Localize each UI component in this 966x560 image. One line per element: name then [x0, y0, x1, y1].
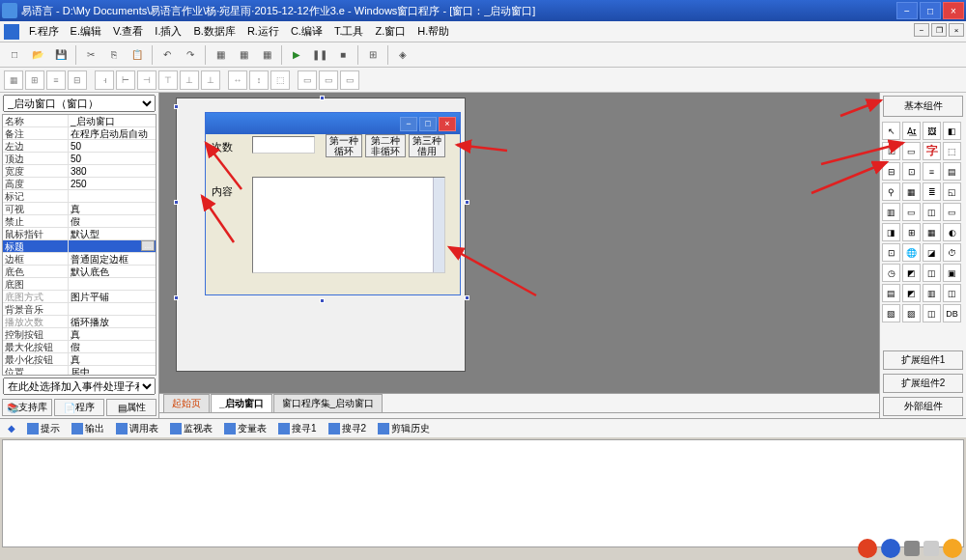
tb-a[interactable]: ▦	[210, 44, 231, 66]
mdi-restore[interactable]: ❐	[931, 23, 947, 37]
toolbox-item[interactable]: ▦	[923, 223, 941, 241]
align-3[interactable]: ≡	[46, 70, 66, 90]
toolbox-item[interactable]: ◨	[882, 223, 900, 241]
align-l[interactable]: ⫞	[95, 70, 114, 90]
toolbox-item[interactable]: ⊡	[882, 243, 900, 262]
external-components[interactable]: 外部组件	[883, 397, 963, 416]
property-row[interactable]: 底色默认底色	[3, 266, 156, 278]
output-pane[interactable]	[2, 439, 964, 547]
toolbox-item[interactable]: DB	[943, 304, 961, 322]
handle[interactable]	[174, 200, 179, 205]
menu-item[interactable]: H.帮助	[412, 22, 455, 41]
property-row[interactable]: 可视真	[3, 203, 156, 215]
toolbox-item[interactable]: 🌐	[902, 243, 921, 262]
toolbox-item[interactable]: ◪	[923, 243, 941, 262]
sp-3[interactable]: ▭	[340, 70, 359, 90]
toolbox-item[interactable]: ▨	[902, 304, 921, 322]
menu-item[interactable]: F.程序	[23, 22, 65, 41]
toolbox-item[interactable]: ▦	[902, 182, 921, 201]
button-loop2[interactable]: 第二种 非循环	[365, 134, 406, 157]
property-row[interactable]: 鼠标指针默认型	[3, 228, 156, 240]
property-row[interactable]: 宽度380	[3, 165, 156, 178]
open-icon[interactable]: 📂	[27, 44, 48, 66]
toolbox-item[interactable]: ◫	[943, 284, 961, 302]
tray-icon[interactable]	[858, 539, 877, 558]
size-w[interactable]: ↔	[228, 70, 247, 90]
align-b[interactable]: ⊥	[201, 70, 220, 90]
paste-icon[interactable]: 📋	[127, 44, 148, 66]
toolbox-item[interactable]: ⬚	[943, 142, 961, 160]
ext-components-2[interactable]: 扩展组件2	[883, 374, 963, 393]
textbox-content[interactable]	[252, 177, 445, 273]
size-b[interactable]: ⬚	[270, 70, 290, 90]
undo-icon[interactable]: ↶	[156, 44, 178, 66]
pause-icon[interactable]: ❚❚	[309, 44, 330, 66]
maximize-button[interactable]: □	[920, 2, 941, 19]
size-h[interactable]: ↕	[249, 70, 269, 90]
toolbox-item[interactable]: ⏱	[943, 243, 961, 262]
toolbox-item[interactable]: ▭	[902, 203, 921, 221]
ext-components-1[interactable]: 扩展组件1	[883, 350, 963, 370]
tb-e[interactable]: ◈	[392, 44, 413, 66]
menu-item[interactable]: V.查看	[107, 22, 149, 41]
toolbox-item[interactable]: ◩	[902, 264, 921, 282]
tab-start-page[interactable]: 起始页	[163, 394, 210, 412]
button-loop3[interactable]: 第三种 借用	[409, 134, 445, 157]
tab-support-lib[interactable]: 📚支持库	[2, 399, 52, 416]
new-icon[interactable]: □	[4, 44, 25, 66]
button-loop1[interactable]: 第一种 循环	[326, 134, 362, 157]
tb-c[interactable]: ▦	[256, 44, 277, 66]
object-selector[interactable]: _启动窗口（窗口）	[3, 95, 156, 112]
property-row[interactable]: 标记	[3, 190, 156, 203]
handle[interactable]	[320, 298, 325, 303]
toolbox-item[interactable]: ▭	[943, 203, 961, 221]
event-selector[interactable]: 在此处选择加入事件处理子程序	[3, 378, 156, 395]
form-close-icon[interactable]: ×	[439, 117, 456, 131]
mdi-close[interactable]: ×	[949, 23, 964, 37]
property-row[interactable]: 禁止假	[3, 215, 156, 228]
bottom-tab[interactable]: 变量表	[220, 421, 270, 436]
toolbox-item[interactable]: ⚲	[882, 182, 900, 201]
property-row[interactable]: 背景音乐	[3, 303, 156, 316]
run-icon[interactable]: ▶	[286, 44, 307, 66]
ellipsis-button[interactable]: …	[141, 240, 155, 251]
toolbox-item[interactable]: ⊡	[902, 162, 921, 181]
handle[interactable]	[465, 295, 469, 300]
property-row[interactable]: 底图	[3, 278, 156, 291]
toolbox-item[interactable]: ◱	[943, 182, 961, 201]
align-c[interactable]: ⊢	[116, 70, 135, 90]
handle[interactable]	[174, 295, 179, 300]
bottom-tab[interactable]: 监视表	[166, 421, 216, 436]
close-button[interactable]: ×	[943, 2, 964, 19]
property-row[interactable]: 标题…	[3, 240, 156, 253]
bottom-tab[interactable]: 搜寻1	[274, 421, 321, 436]
menu-item[interactable]: I.插入	[149, 22, 187, 41]
toolbox-item[interactable]: ⊞	[902, 223, 921, 241]
property-row[interactable]: 顶边50	[3, 153, 156, 165]
tb-d[interactable]: ⊞	[362, 44, 384, 66]
toolbox-item[interactable]: A͟ɪ	[902, 122, 921, 140]
toolbox-item[interactable]: ↖	[882, 122, 900, 140]
scrollbar[interactable]	[433, 178, 444, 272]
bottom-tab[interactable]: 提示	[23, 421, 64, 436]
tray-icon[interactable]	[904, 541, 920, 556]
tb-b[interactable]: ▦	[233, 44, 254, 66]
property-row[interactable]: 左边50	[3, 140, 156, 153]
menu-item[interactable]: C.编译	[285, 22, 328, 41]
menu-item[interactable]: E.编辑	[65, 22, 107, 41]
tray-icon[interactable]	[943, 539, 962, 558]
textbox-count[interactable]	[252, 136, 315, 154]
handle[interactable]	[174, 104, 179, 109]
form-maximize-icon[interactable]: □	[419, 117, 437, 131]
toolbox-item[interactable]: ▥	[923, 284, 941, 302]
toolbox-item[interactable]: ▤	[882, 284, 900, 302]
tray-icon[interactable]	[923, 541, 939, 556]
design-canvas[interactable]: − □ × 次数 第一种 循环 第二种 非循环 第三种 借用 内容	[159, 93, 879, 393]
align-2[interactable]: ⊞	[25, 70, 44, 90]
bottom-tab[interactable]: 搜寻2	[325, 421, 371, 436]
copy-icon[interactable]: ⎘	[103, 44, 125, 66]
toolbox-item[interactable]: ◷	[882, 264, 900, 282]
mdi-minimize[interactable]: −	[914, 23, 929, 37]
stop-icon[interactable]: ■	[332, 44, 354, 66]
toolbox-item[interactable]: ◧	[943, 122, 961, 140]
